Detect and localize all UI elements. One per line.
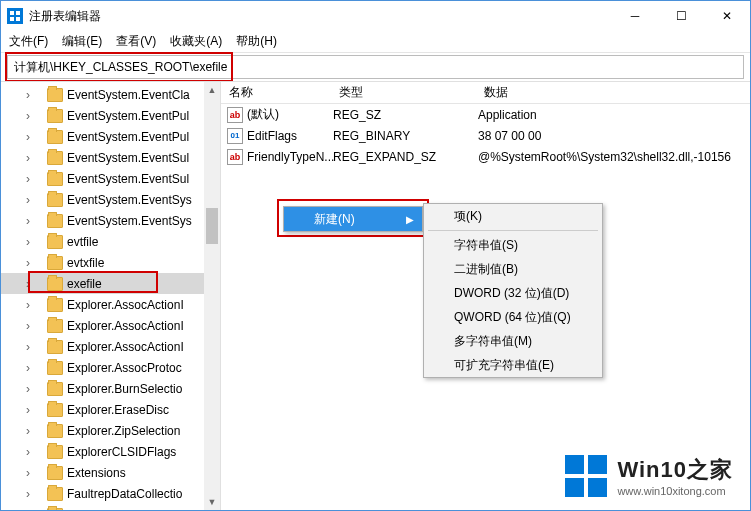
maximize-button[interactable]: ☐ xyxy=(658,1,704,31)
expand-icon[interactable]: › xyxy=(23,489,33,499)
expand-icon[interactable]: › xyxy=(23,300,33,310)
tree-item-label: ExplorerCLSIDFlags xyxy=(67,445,176,459)
ctx-sub-multi[interactable]: 多字符串值(M) xyxy=(424,329,602,353)
tree-item[interactable]: ›Explorer.EraseDisc xyxy=(1,399,220,420)
expand-icon[interactable]: › xyxy=(23,447,33,457)
close-button[interactable]: ✕ xyxy=(704,1,750,31)
context-submenu[interactable]: 项(K) 字符串值(S) 二进制值(B) DWORD (32 位)值(D) QW… xyxy=(423,203,603,378)
expand-icon[interactable]: › xyxy=(23,111,33,121)
expand-icon[interactable]: › xyxy=(23,258,33,268)
minimize-button[interactable]: ─ xyxy=(612,1,658,31)
tree-item[interactable]: ›Explorer.BurnSelectio xyxy=(1,378,220,399)
expand-icon[interactable]: › xyxy=(23,342,33,352)
values-pane[interactable]: 名称 类型 数据 (默认)REG_SZApplicationEditFlagsR… xyxy=(221,82,750,510)
titlebar[interactable]: 注册表编辑器 ─ ☐ ✕ xyxy=(1,1,750,31)
tree-item-label: Extensions xyxy=(67,466,126,480)
folder-icon xyxy=(47,382,63,396)
tree-item[interactable]: ›Explorer.AssocActionI xyxy=(1,315,220,336)
expand-icon[interactable]: › xyxy=(23,405,33,415)
tree-item-label: EventSystem.EventCla xyxy=(67,88,190,102)
context-menu[interactable]: 新建(N) ▶ xyxy=(283,206,423,232)
tree-item-label: Explorer.AssocActionI xyxy=(67,340,184,354)
expand-icon[interactable]: › xyxy=(23,153,33,163)
tree-item-label: Explorer.AssocActionI xyxy=(67,298,184,312)
ctx-sub-qword[interactable]: QWORD (64 位)值(Q) xyxy=(424,305,602,329)
value-row[interactable]: (默认)REG_SZApplication xyxy=(221,104,750,125)
tree-item-label: Explorer.EraseDisc xyxy=(67,403,169,417)
tree-item[interactable]: ›ExplorerCLSIDFlags xyxy=(1,441,220,462)
tree-item[interactable]: ›FaultrepElevatedData xyxy=(1,504,220,510)
scroll-down-button[interactable]: ▼ xyxy=(204,494,220,510)
expand-icon[interactable]: › xyxy=(23,384,33,394)
tree-item[interactable]: ›EventSystem.EventSul xyxy=(1,147,220,168)
tree-item[interactable]: ›EventSystem.EventSys xyxy=(1,210,220,231)
tree-item[interactable]: ›evtxfile xyxy=(1,252,220,273)
scroll-thumb[interactable] xyxy=(206,208,218,244)
value-type-icon xyxy=(227,107,243,123)
value-data: Application xyxy=(478,108,750,122)
folder-icon xyxy=(47,403,63,417)
tree-item[interactable]: ›Explorer.AssocActionI xyxy=(1,336,220,357)
tree-scrollbar[interactable]: ▲ ▼ xyxy=(204,82,220,510)
col-data[interactable]: 数据 xyxy=(476,84,750,101)
value-row[interactable]: FriendlyTypeN...REG_EXPAND_SZ@%SystemRoo… xyxy=(221,146,750,167)
expand-icon[interactable]: › xyxy=(23,363,33,373)
tree-item-label: Explorer.ZipSelection xyxy=(67,424,180,438)
tree-item[interactable]: ›EventSystem.EventSul xyxy=(1,168,220,189)
expand-icon[interactable]: › xyxy=(23,132,33,142)
menu-edit[interactable]: 编辑(E) xyxy=(62,33,102,50)
tree-item[interactable]: ›Explorer.AssocActionI xyxy=(1,294,220,315)
value-row[interactable]: EditFlagsREG_BINARY38 07 00 00 xyxy=(221,125,750,146)
expand-icon[interactable]: › xyxy=(23,174,33,184)
tree-item[interactable]: ›Explorer.AssocProtoc xyxy=(1,357,220,378)
tree-item-label: evtxfile xyxy=(67,256,104,270)
col-type[interactable]: 类型 xyxy=(331,84,476,101)
ctx-sub-key[interactable]: 项(K) xyxy=(424,204,602,228)
tree-item[interactable]: ›evtfile xyxy=(1,231,220,252)
svg-rect-2 xyxy=(10,17,14,21)
expand-icon[interactable]: › xyxy=(23,237,33,247)
tree-pane[interactable]: ›EventSystem.EventCla›EventSystem.EventP… xyxy=(1,82,221,510)
tree-item-label: exefile xyxy=(67,277,102,291)
folder-icon xyxy=(47,298,63,312)
tree-item[interactable]: ›Extensions xyxy=(1,462,220,483)
tree-item-label: Explorer.AssocProtoc xyxy=(67,361,182,375)
ctx-sub-expand[interactable]: 可扩充字符串值(E) xyxy=(424,353,602,377)
menu-favorites[interactable]: 收藏夹(A) xyxy=(170,33,222,50)
folder-icon xyxy=(47,361,63,375)
scroll-up-button[interactable]: ▲ xyxy=(204,82,220,98)
ctx-sub-string[interactable]: 字符串值(S) xyxy=(424,233,602,257)
submenu-arrow-icon: ▶ xyxy=(406,214,414,225)
expand-icon[interactable]: › xyxy=(23,426,33,436)
expand-icon[interactable]: › xyxy=(23,468,33,478)
tree-item[interactable]: ›EventSystem.EventPul xyxy=(1,126,220,147)
menu-view[interactable]: 查看(V) xyxy=(116,33,156,50)
tree-item[interactable]: ›Explorer.ZipSelection xyxy=(1,420,220,441)
value-name: FriendlyTypeN... xyxy=(247,150,333,164)
expand-icon[interactable]: › xyxy=(23,195,33,205)
ctx-sub-dword[interactable]: DWORD (32 位)值(D) xyxy=(424,281,602,305)
tree-item[interactable]: ›EventSystem.EventPul xyxy=(1,105,220,126)
tree-item[interactable]: ›EventSystem.EventSys xyxy=(1,189,220,210)
expand-icon[interactable]: › xyxy=(23,510,33,511)
tree-item[interactable]: ›EventSystem.EventCla xyxy=(1,84,220,105)
ctx-sub-binary[interactable]: 二进制值(B) xyxy=(424,257,602,281)
folder-icon xyxy=(47,424,63,438)
tree-item-label: Explorer.AssocActionI xyxy=(67,319,184,333)
tree-item[interactable]: ›exefile xyxy=(1,273,220,294)
folder-icon xyxy=(47,193,63,207)
folder-icon xyxy=(47,277,63,291)
expand-icon[interactable]: › xyxy=(23,216,33,226)
expand-icon[interactable]: › xyxy=(23,90,33,100)
folder-icon xyxy=(47,340,63,354)
menu-file[interactable]: 文件(F) xyxy=(9,33,48,50)
tree-item[interactable]: ›FaultrepDataCollectio xyxy=(1,483,220,504)
expand-icon[interactable]: › xyxy=(23,279,33,289)
expand-icon[interactable]: › xyxy=(23,321,33,331)
col-name[interactable]: 名称 xyxy=(221,84,331,101)
address-bar[interactable]: 计算机\HKEY_CLASSES_ROOT\exefile xyxy=(7,55,744,79)
value-name: EditFlags xyxy=(247,129,333,143)
ctx-new[interactable]: 新建(N) ▶ xyxy=(284,207,422,231)
menu-help[interactable]: 帮助(H) xyxy=(236,33,277,50)
value-data: @%SystemRoot%\System32\shell32.dll,-1015… xyxy=(478,150,750,164)
